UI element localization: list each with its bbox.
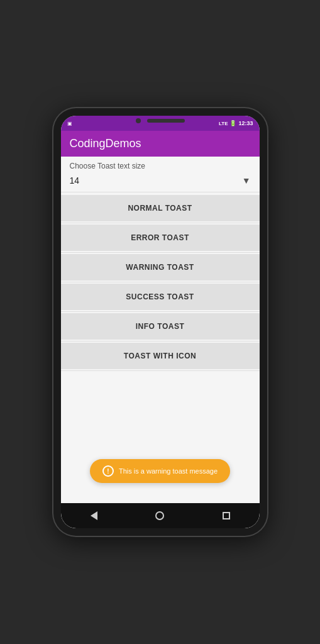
dropdown-value: 14	[70, 175, 80, 186]
recent-icon	[223, 512, 230, 519]
home-button[interactable]	[155, 511, 165, 521]
warning-toast-icon: !	[102, 465, 114, 477]
warning-toast-button[interactable]: WARNING TOAST	[61, 254, 260, 280]
warning-toast: ! This is a warning toast message	[90, 459, 230, 483]
divider	[61, 282, 260, 282]
divider	[61, 252, 260, 253]
error-toast-button[interactable]: ERROR TOAST	[61, 225, 260, 251]
navigation-bar	[61, 503, 260, 528]
speaker	[147, 119, 185, 123]
recent-button[interactable]	[221, 511, 231, 521]
back-icon	[91, 511, 97, 520]
app-bar: CodingDemos	[61, 131, 260, 157]
signal-icon: LTE	[219, 121, 228, 126]
clock: 12:33	[238, 120, 253, 126]
status-clipboard-icon: ▣	[67, 121, 72, 126]
battery-icon: 🔋	[229, 120, 236, 126]
toast-container: ! This is a warning toast message	[61, 459, 260, 483]
phone-device: ▣ LTE 🔋 12:33 CodingDemos Choose Toast t…	[53, 108, 267, 536]
info-toast-button[interactable]: INFO TOAST	[61, 313, 260, 340]
icon-toast-button[interactable]: TOAST WITH ICON	[61, 343, 260, 369]
success-toast-button[interactable]: SUCCESS TOAST	[61, 284, 260, 310]
phone-top-bar	[136, 118, 185, 123]
divider	[61, 341, 260, 341]
toast-buttons-list: NORMAL TOAST ERROR TOAST WARNING TOAST S…	[61, 192, 260, 374]
camera	[136, 118, 141, 123]
divider	[61, 370, 260, 371]
app-title: CodingDemos	[70, 137, 141, 150]
divider	[61, 311, 260, 312]
toast-message: This is a warning toast message	[119, 467, 218, 475]
chevron-down-icon: ▼	[242, 175, 251, 186]
home-icon	[155, 511, 164, 520]
divider	[61, 223, 260, 223]
main-content: Choose Toast text size 14 ▼ NORMAL TOAST…	[61, 157, 260, 503]
phone-screen: ▣ LTE 🔋 12:33 CodingDemos Choose Toast t…	[61, 116, 260, 528]
back-button[interactable]	[89, 511, 99, 521]
text-size-dropdown[interactable]: 14 ▼	[61, 172, 260, 192]
normal-toast-button[interactable]: NORMAL TOAST	[61, 195, 260, 221]
status-right: LTE 🔋 12:33	[219, 120, 253, 126]
dropdown-label: Choose Toast text size	[61, 157, 260, 172]
